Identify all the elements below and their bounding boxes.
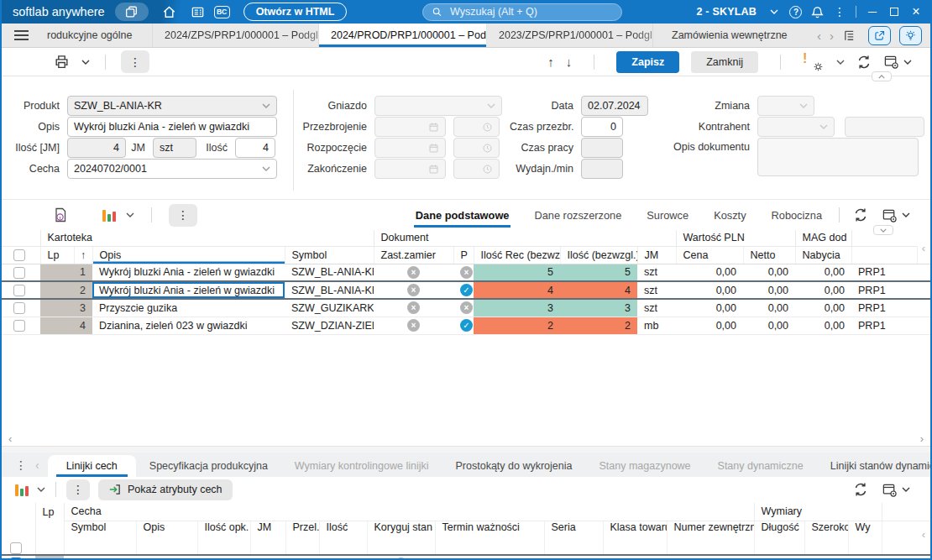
open-in-html-button[interactable]: Otwórz w HTML	[243, 3, 348, 21]
detail-chart-button[interactable]	[15, 484, 45, 496]
detail-table-row[interactable]: 1 20240702/0001 -4 szt 1 -4 ×	[2, 555, 930, 560]
help-button[interactable]: ?	[785, 2, 807, 22]
col-wysokosc[interactable]: Wy	[848, 521, 882, 555]
col-przel[interactable]: Przel.	[285, 521, 319, 555]
tab-stany-magazynowe[interactable]: Stany magazynowe	[585, 455, 704, 477]
table-row-selected[interactable]: 2 Wykrój bluzki Ania - zieleń w gwiazdki…	[2, 281, 930, 299]
tab-scroll-left-button[interactable]: ‹	[817, 29, 821, 43]
sort-asc-icon[interactable]: ↑	[74, 246, 92, 264]
tab-specyfikacja-produkcyjna[interactable]: Specyfikacja produkcyjna	[136, 455, 281, 477]
col-lp[interactable]: Lp	[40, 246, 74, 264]
close-button[interactable]: ×	[905, 2, 927, 22]
refresh-button[interactable]	[856, 55, 872, 70]
table-row[interactable]: 4 Dzianina, zieleń 023 w gwiazdki SZW_DZ…	[2, 317, 930, 334]
home-button[interactable]	[159, 2, 181, 22]
czas-przezbr-input[interactable]: 0	[581, 117, 623, 137]
horizontal-scrollbar[interactable]: ‹ ›	[2, 432, 930, 447]
col-koryguj-stan[interactable]: Koryguj stan	[367, 521, 435, 555]
col-jm[interactable]: JM	[250, 521, 285, 555]
col-ilosc[interactable]: Ilość (bezwzgl.)	[560, 246, 637, 264]
assistant-button[interactable]	[899, 26, 922, 45]
col-seria[interactable]: Seria	[544, 521, 603, 555]
select-all-checkbox[interactable]	[13, 249, 25, 261]
tab-zamowienia-wewnetrzne[interactable]: Zamówienia wewnętrzne	[653, 24, 806, 47]
tab-linijki-stanow-dynamicznych[interactable]: Linijki stanów dynamicznych	[817, 455, 932, 477]
settings-warning-button[interactable]: !	[803, 53, 825, 71]
section-splitter[interactable]	[2, 447, 930, 453]
cell-opis[interactable]: Przyszcie guzika	[92, 299, 285, 317]
tab-surowce[interactable]: Surowce	[645, 201, 690, 229]
move-down-button[interactable]: ↓	[566, 55, 573, 69]
chart-button[interactable]	[102, 209, 134, 222]
row-checkbox[interactable]	[13, 267, 25, 279]
refresh-detail-button[interactable]	[853, 482, 868, 497]
modules-button[interactable]	[115, 3, 149, 21]
share-button[interactable]	[868, 26, 891, 45]
col-symbol[interactable]: Symbol	[285, 246, 374, 264]
col-ilosc-opk[interactable]: Ilość opk.	[197, 521, 250, 555]
tab-list-button[interactable]	[842, 28, 856, 44]
document-info-button[interactable]	[52, 207, 69, 223]
collapse-grid-button[interactable]	[873, 225, 893, 235]
col-opis[interactable]: Opis	[92, 246, 285, 264]
cecha-select[interactable]: 20240702/0001	[67, 159, 277, 179]
bc-module-button[interactable]: BC	[214, 6, 230, 18]
row-checkbox[interactable]	[13, 302, 25, 314]
cell-opis[interactable]: Dzianina, zieleń 023 w gwiazdki	[92, 317, 285, 334]
right-panel-handle[interactable]: ‹	[922, 528, 925, 541]
col-nabycia[interactable]: Nabycia	[795, 246, 851, 264]
col-zast-zamier[interactable]: Zast.zamier	[374, 246, 453, 264]
save-button[interactable]: Zapisz	[616, 51, 679, 73]
detail-more-button[interactable]: ⋮	[66, 479, 90, 500]
close-document-button[interactable]: Zamknij	[691, 51, 758, 73]
col-termin-waznosci[interactable]: Termin ważności	[435, 521, 544, 555]
print-button[interactable]	[54, 54, 90, 70]
col-numer-zewnetrzny[interactable]: Numer zewnętrzny	[667, 521, 754, 555]
global-search[interactable]	[422, 3, 622, 21]
col-lp[interactable]: Lp	[35, 503, 64, 555]
move-up-button[interactable]: ↑	[547, 55, 554, 69]
main-menu-button[interactable]	[2, 24, 35, 47]
col-szerokosc[interactable]: Szerokość	[804, 521, 848, 555]
tab-prostokaty-do-wykrojenia[interactable]: Prostokąty do wykrojenia	[442, 455, 586, 477]
chevron-down-icon[interactable]	[836, 60, 845, 65]
col-netto[interactable]: Netto	[743, 246, 795, 264]
tab-produkcyjne-ogolne[interactable]: rodukcyjne ogólne	[35, 24, 153, 47]
tab-scroll-right-button[interactable]: ›	[830, 29, 834, 43]
notifications-button[interactable]	[807, 2, 829, 22]
detail-grid-settings-button[interactable]	[882, 482, 910, 498]
news-button[interactable]	[187, 2, 209, 22]
tab-2023-zps[interactable]: 2023/ZPS/PRP1/000001 – Podgląd – S	[487, 24, 653, 47]
row-checkbox[interactable]	[13, 285, 25, 296]
scroll-left-icon[interactable]: ‹	[8, 432, 12, 445]
col-jm[interactable]: JM	[637, 246, 676, 264]
positions-grid-settings-button[interactable]	[882, 207, 910, 223]
maximize-button[interactable]	[883, 2, 905, 22]
opis-input[interactable]: Wykrój bluzki Ania - zieleń w gwiazdki	[67, 117, 277, 137]
more-actions-button[interactable]: ⋮	[121, 50, 149, 73]
minimize-button[interactable]: ─	[861, 2, 883, 22]
collapse-header-button[interactable]	[872, 71, 892, 81]
detail-select-all-checkbox[interactable]	[10, 542, 22, 554]
col-dlugosc[interactable]: Długość	[754, 521, 804, 555]
ilosc-input[interactable]: 4	[235, 138, 275, 158]
positions-more-button[interactable]: ⋮	[169, 204, 197, 227]
right-panel-handle[interactable]: ‹	[922, 242, 925, 254]
scroll-right-icon[interactable]: ›	[920, 432, 924, 445]
tab-dane-podstawowe[interactable]: Dane podstawowe	[414, 201, 511, 229]
row-checkbox[interactable]	[13, 320, 25, 332]
grid-settings-button[interactable]	[883, 54, 912, 70]
show-attributes-button[interactable]: Pokaż atrybuty cech	[98, 479, 233, 500]
refresh-positions-button[interactable]	[853, 207, 868, 222]
tab-koszty[interactable]: Koszty	[712, 201, 747, 229]
cell-opis[interactable]: Wykrój bluzki Ania - zieleń w gwiazdki	[92, 264, 285, 281]
tab-wymiary-kontrolingowe[interactable]: Wymiary kontrolingowe linijki	[281, 455, 442, 477]
cell-opis-selected[interactable]: Wykrój bluzki Ania - zieleń w gwiazdki	[92, 281, 285, 299]
col-ilosc[interactable]: Ilość	[319, 521, 367, 555]
titlebar-menu-button[interactable]: ⋮	[829, 2, 851, 22]
col-klasa-towaru[interactable]: Klasa towaru	[603, 521, 667, 555]
table-row[interactable]: 1 Wykrój bluzki Ania - zieleń w gwiazdki…	[2, 264, 930, 281]
tab-stany-dynamiczne[interactable]: Stany dynamiczne	[704, 455, 817, 477]
table-row[interactable]: 3 Przyszcie guzika SZW_GUZIKARKA × × 3 3…	[2, 299, 930, 317]
detail-tabs-menu-button[interactable]: ⋮	[15, 458, 27, 472]
